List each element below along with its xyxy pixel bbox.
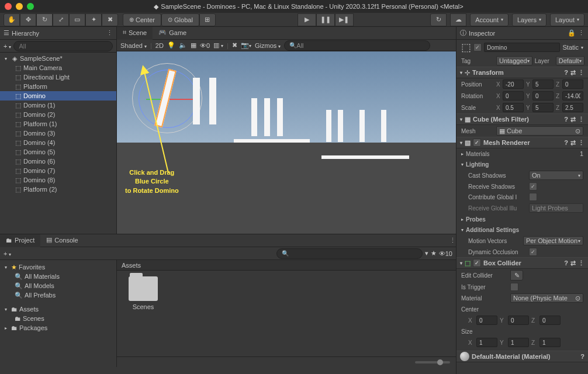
help-icon[interactable]: ? — [564, 259, 568, 266]
pos-y[interactable] — [532, 79, 554, 89]
preset-icon[interactable]: ⇄ — [570, 69, 576, 77]
project-search[interactable]: 🔍 — [276, 248, 423, 259]
filter-icon[interactable]: ▾ — [425, 250, 428, 257]
layout-menu[interactable]: Layout▾ — [550, 13, 584, 26]
panel-menu-icon[interactable]: ⋮ — [449, 237, 456, 244]
tag-dropdown[interactable]: Untagged▾ — [496, 56, 532, 65]
hierarchy-item[interactable]: ⬚Domino (6) — [0, 157, 116, 166]
mesh-field[interactable]: ▦ Cube⊙ — [496, 126, 583, 136]
asset-folder[interactable]: 🖿 Scenes — [0, 314, 116, 323]
physics-material-field[interactable]: None (Physic Mate⊙ — [510, 293, 583, 303]
hierarchy-item[interactable]: ⬚Domino (8) — [0, 175, 116, 185]
tab-game[interactable]: 🎮Game — [153, 27, 192, 40]
favorite-search[interactable]: 🔍 All Models — [0, 281, 116, 290]
favorite-search[interactable]: 🔍 All Materials — [0, 272, 116, 281]
help-icon[interactable]: ? — [580, 353, 584, 360]
hierarchy-item[interactable]: ⬚Directional Light — [0, 72, 116, 82]
more-icon[interactable]: ⋮ — [578, 69, 584, 77]
more-icon[interactable]: ⋮ — [578, 139, 584, 147]
renderer-enabled[interactable]: ✓ — [473, 138, 481, 147]
hierarchy-item[interactable]: ⬚Domino (1) — [0, 101, 116, 110]
maximize-window[interactable] — [27, 3, 34, 10]
scale-x[interactable] — [503, 103, 524, 112]
2d-toggle[interactable]: 2D — [155, 42, 164, 49]
step-button[interactable]: ▶❚ — [335, 13, 354, 26]
packages-root[interactable]: ▸🖿 Packages — [0, 323, 116, 333]
rot-x[interactable] — [503, 91, 524, 101]
hierarchy-item[interactable]: ⬚Domino (7) — [0, 166, 116, 175]
scene-root[interactable]: ▾◈ SampleScene* — [0, 54, 116, 63]
collider-enabled[interactable]: ✓ — [473, 259, 481, 267]
hierarchy-item[interactable]: ⬚Domino (5) — [0, 147, 116, 157]
rot-y[interactable] — [532, 91, 554, 101]
rot-z[interactable] — [562, 91, 583, 101]
receive-shadows-check[interactable]: ✓ — [529, 182, 537, 191]
pos-x[interactable] — [503, 79, 524, 89]
pause-button[interactable]: ❚❚ — [316, 13, 335, 26]
hierarchy-item[interactable]: ⬚Platform — [0, 82, 116, 91]
rect-tool[interactable]: ▭ — [69, 13, 85, 26]
zoom-slider[interactable] — [415, 361, 450, 363]
favorite-icon[interactable]: ★ — [431, 250, 437, 257]
project-breadcrumb[interactable]: Assets — [117, 260, 456, 271]
transform-tool[interactable]: ✦ — [85, 13, 102, 26]
hierarchy-search[interactable] — [13, 41, 113, 51]
preset-icon[interactable]: ⇄ — [570, 139, 576, 147]
help-icon[interactable]: ? — [564, 139, 568, 146]
hierarchy-item[interactable]: ⬚Domino (4) — [0, 138, 116, 147]
hierarchy-item[interactable]: ⬚Domino — [0, 91, 116, 101]
scene-viewport[interactable]: Click and Drag Blue Circle to Rotate Dom… — [117, 51, 456, 234]
favorites-root[interactable]: ▾★ Favorites — [0, 262, 116, 272]
more-icon[interactable]: ⋮ — [578, 116, 584, 123]
hierarchy-item[interactable]: ⬚Domino (2) — [0, 110, 116, 119]
center-x[interactable] — [476, 316, 497, 325]
folder-scenes[interactable]: Scenes — [123, 276, 164, 310]
panel-menu-icon[interactable]: ⋮ — [106, 29, 113, 37]
motion-dropdown[interactable]: Per Object Motion▾ — [523, 236, 583, 245]
play-button[interactable]: ▶ — [298, 13, 316, 26]
assets-root[interactable]: ▾🖿 Assets — [0, 304, 116, 314]
shading-mode-dropdown[interactable]: Shaded ▾ — [120, 42, 147, 49]
hierarchy-item[interactable]: ⬚Platform (2) — [0, 185, 116, 194]
custom-tool[interactable]: ✖ — [102, 13, 118, 26]
size-y[interactable] — [508, 338, 529, 347]
camera-icon[interactable]: 📷▾ — [241, 41, 251, 49]
hierarchy-item[interactable]: ⬚Platform (1) — [0, 119, 116, 129]
object-name-input[interactable] — [484, 43, 560, 52]
create-dropdown[interactable]: + ▾ — [4, 43, 11, 50]
size-z[interactable] — [539, 338, 561, 347]
scene-search[interactable]: 🔍 All — [284, 40, 430, 51]
size-x[interactable] — [476, 338, 497, 347]
scale-tool[interactable]: ⤢ — [53, 13, 69, 26]
preset-icon[interactable]: ⇄ — [570, 259, 576, 267]
dynamic-occlusion-check[interactable]: ✓ — [529, 248, 537, 256]
snap-toggle[interactable]: ⊞ — [199, 13, 216, 26]
favorite-search[interactable]: 🔍 All Prefabs — [0, 290, 116, 300]
minimize-window[interactable] — [16, 3, 23, 10]
more-icon[interactable]: ⋮ — [578, 259, 584, 267]
center-z[interactable] — [539, 316, 561, 325]
center-y[interactable] — [508, 316, 529, 325]
tab-project[interactable]: 🖿Project — [0, 234, 40, 247]
move-tool[interactable]: ✥ — [20, 13, 36, 26]
close-window[interactable] — [5, 3, 12, 10]
tab-scene[interactable]: ⌗Scene — [117, 27, 153, 40]
hidden-icon[interactable]: 👁10 — [439, 250, 452, 257]
active-checkbox[interactable]: ✓ — [473, 43, 482, 51]
gizmos-dropdown[interactable]: Gizmos ▾ — [255, 42, 281, 49]
layers-menu[interactable]: Layers▾ — [512, 13, 547, 26]
tools-icon[interactable]: ✖ — [232, 41, 237, 49]
fx-toggle[interactable]: ▦ — [191, 41, 196, 49]
collab-icon[interactable]: ↻ — [430, 13, 447, 26]
hand-tool[interactable]: ✋ — [4, 13, 20, 26]
audio-toggle[interactable]: 🔈 — [179, 41, 187, 49]
hierarchy-item[interactable]: ⬚Domino (3) — [0, 129, 116, 138]
create-dropdown[interactable]: + ▾ — [4, 250, 11, 257]
hierarchy-item[interactable]: ⬚Main Camera — [0, 63, 116, 72]
scale-y[interactable] — [532, 103, 554, 112]
preset-icon[interactable]: ⇄ — [570, 116, 576, 123]
visibility-toggle[interactable]: 👁0 — [200, 42, 210, 49]
cloud-icon[interactable]: ☁ — [450, 13, 466, 26]
is-trigger-check[interactable] — [510, 283, 518, 291]
panel-menu-icon[interactable]: ⋮ — [578, 29, 584, 37]
